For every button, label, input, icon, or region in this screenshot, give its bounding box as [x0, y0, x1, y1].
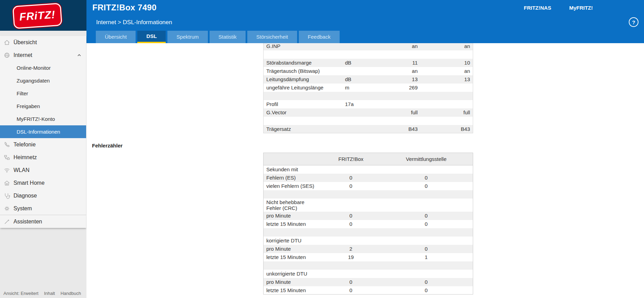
table-cell: 13 — [421, 75, 473, 84]
table-cell: 11 — [370, 59, 421, 67]
dsl-table-row — [264, 92, 473, 100]
table-cell: 0 — [322, 212, 380, 220]
sidebar-item-label: Telefonie — [13, 142, 36, 148]
sidebar-footer: Ansicht: ErweitertInhaltHandbuch — [3, 291, 81, 296]
table-cell — [342, 50, 370, 59]
table-cell: letzte 15 Minuten — [264, 286, 322, 295]
error-table-row: Fehlern (ES)00 — [264, 174, 473, 182]
table-cell — [264, 190, 322, 199]
sidebar-item-label: Assistenten — [13, 219, 42, 225]
tab-spektrum[interactable]: Spektrum — [167, 31, 208, 43]
sidebar-item-filter[interactable]: Filter — [0, 87, 86, 100]
table-cell: 0 — [380, 286, 473, 295]
link-fritznas[interactable]: FRITZ!NAS — [524, 5, 551, 11]
column-header: FRITZ!Box — [322, 153, 380, 165]
table-cell — [322, 190, 380, 199]
tab-stoersicherheit[interactable]: Störsicherheit — [247, 31, 297, 43]
table-cell: 10 — [421, 59, 473, 67]
smart-home-icon — [3, 180, 10, 186]
table-cell — [370, 100, 421, 108]
top-header: FRITZ!Box 7490 FRITZ!NAS MyFRITZ! Intern… — [86, 0, 644, 43]
fritz-logo-badge: FRiTZ! — [12, 3, 62, 29]
sidebar-item-wlan[interactable]: WLAN — [0, 164, 86, 176]
table-cell — [264, 261, 322, 270]
table-cell — [421, 100, 473, 108]
sidebar-item-zugangsdaten[interactable]: Zugangsdaten — [0, 74, 86, 87]
top-links: FRITZ!NAS MyFRITZ! — [524, 0, 593, 15]
error-counter-table: FRITZ!BoxVermittlungsstelle Sekunden mit… — [263, 153, 473, 295]
table-cell: 0 — [380, 278, 473, 286]
sidebar: ÜbersichtInternetOnline-MonitorZugangsda… — [0, 31, 86, 298]
table-cell: full — [370, 108, 421, 117]
sidebar-item-freigaben[interactable]: Freigaben — [0, 100, 86, 113]
help-icon[interactable]: ? — [629, 17, 638, 27]
table-cell: dB — [342, 59, 370, 67]
tab-dsl[interactable]: DSL — [137, 31, 166, 43]
sidebar-item-assistenten[interactable]: Assistenten — [0, 215, 86, 228]
sidebar-item-diagnose[interactable]: Diagnose — [0, 189, 86, 202]
help-icon-glyph: ? — [632, 19, 635, 25]
table-cell: 19 — [322, 253, 380, 261]
table-cell: korrigierte DTU — [264, 237, 322, 245]
table-cell: 0 — [380, 245, 473, 253]
table-cell — [380, 237, 473, 245]
sidebar-item-internet[interactable]: Internet — [0, 49, 86, 61]
sidebar-item-heimnetz[interactable]: Heimnetz — [0, 151, 86, 164]
sidebar-item-label: Diagnose — [13, 193, 37, 199]
page-title: FRITZ!Box 7490 — [92, 0, 157, 15]
table-cell: Trägersatz — [264, 125, 342, 133]
tab-bar: ÜbersichtDSLSpektrumStatistikStörsicherh… — [96, 31, 340, 43]
table-cell: pro Minute — [264, 212, 322, 220]
fritz-logo[interactable]: FRiTZ! — [0, 0, 86, 31]
table-cell: 0 — [380, 212, 473, 220]
sidebar-item-telefonie[interactable]: Telefonie — [0, 138, 86, 151]
error-table-row — [264, 261, 473, 270]
table-cell: pro Minute — [264, 245, 322, 253]
footer-link-ansicht-erweitert[interactable]: Ansicht: Erweitert — [3, 291, 38, 296]
error-table-row: vielen Fehlern (SES)00 — [264, 182, 473, 190]
fritz-logo-text: FRiTZ! — [19, 8, 56, 23]
sidebar-item-uebersicht[interactable]: Übersicht — [0, 36, 86, 49]
tab-statistik[interactable]: Statistik — [210, 31, 246, 43]
table-cell — [380, 228, 473, 237]
table-cell: pro Minute — [264, 278, 322, 286]
table-cell: 0 — [322, 286, 380, 295]
dsl-table-row: Profil17a — [264, 100, 473, 108]
error-table-row: pro Minute00 — [264, 278, 473, 286]
table-cell — [322, 237, 380, 245]
table-cell: Nicht behebbare Fehler (CRC) — [264, 199, 322, 212]
table-cell: an — [370, 67, 421, 75]
table-cell: an — [370, 43, 421, 50]
tab-feedback[interactable]: Feedback — [299, 31, 340, 43]
table-cell: letzte 15 Minuten — [264, 220, 322, 228]
table-cell — [421, 84, 473, 92]
sidebar-item-dsl-informationen[interactable]: DSL-Informationen — [0, 125, 86, 138]
table-cell — [322, 228, 380, 237]
table-cell — [380, 190, 473, 199]
table-cell: 0 — [380, 220, 473, 228]
table-cell — [421, 50, 473, 59]
error-table-row — [264, 228, 473, 237]
table-cell: Leitungsdämpfung — [264, 75, 342, 84]
table-cell — [380, 165, 473, 174]
home-icon — [3, 39, 10, 46]
table-cell — [342, 43, 370, 50]
sidebar-item-myfritz-konto[interactable]: MyFRITZ!-Konto — [0, 113, 86, 125]
sidebar-item-label: Internet — [13, 52, 32, 58]
breadcrumb[interactable]: Internet > DSL-Informationen — [96, 15, 172, 29]
sidebar-item-system[interactable]: System — [0, 202, 86, 215]
table-cell — [370, 92, 421, 100]
dsl-table-row: Trägertausch (Bitswap)anan — [264, 67, 473, 75]
table-cell: G.Vector — [264, 108, 342, 117]
dsl-table-row: ungefähre Leitungslängem269 — [264, 84, 473, 92]
tables-column: G.INPananStörabstandsmargedB1110Trägerta… — [263, 43, 473, 295]
footer-link-inhalt[interactable]: Inhalt — [44, 291, 55, 296]
link-myfritz[interactable]: MyFRITZ! — [569, 5, 593, 11]
sidebar-item-online-monitor[interactable]: Online-Monitor — [0, 61, 86, 74]
dsl-table-row: LeitungsdämpfungdB1313 — [264, 75, 473, 84]
table-cell: Sekunden mit — [264, 165, 322, 174]
dsl-table-row: StörabstandsmargedB1110 — [264, 59, 473, 67]
footer-link-handbuch[interactable]: Handbuch — [61, 291, 81, 296]
tab-uebersicht[interactable]: Übersicht — [96, 31, 136, 43]
sidebar-item-smart-home[interactable]: Smart Home — [0, 176, 86, 189]
